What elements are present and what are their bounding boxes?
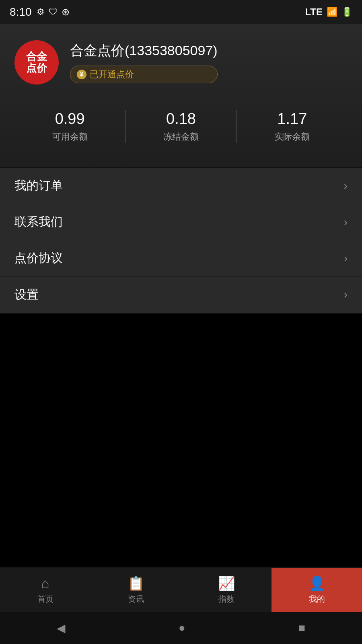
- index-icon: 📈: [218, 575, 235, 591]
- chevron-right-icon-agreement: ›: [344, 252, 348, 265]
- nav-item-home[interactable]: ⌂ 首页: [0, 568, 90, 612]
- balance-frozen: 0.18 冻结金额: [125, 102, 236, 151]
- avatar-text-top: 合金: [26, 51, 47, 62]
- android-nav-bar: ◀ ● ■: [0, 612, 362, 644]
- menu-item-agreement-label: 点价协议: [14, 250, 63, 266]
- status-right: LTE 📶 🔋: [305, 6, 352, 18]
- badge-activated: ¥ 已开通点价: [70, 66, 218, 83]
- android-recent-button[interactable]: ■: [298, 621, 305, 634]
- menu-item-contact[interactable]: 联系我们 ›: [0, 204, 362, 240]
- balance-available-label: 可用余额: [52, 131, 88, 143]
- bottom-nav: ⌂ 首页 📋 资讯 📈 指数 👤 我的: [0, 568, 362, 612]
- android-back-button[interactable]: ◀: [57, 621, 66, 635]
- nav-label-news: 资讯: [128, 594, 144, 605]
- status-time: 8:10: [10, 6, 32, 19]
- profile-top: 合金 点价 合金点价(13353805097) ¥ 已开通点价: [14, 40, 348, 85]
- balance-frozen-label: 冻结金额: [163, 131, 199, 143]
- mine-icon: 👤: [309, 575, 325, 591]
- android-home-button[interactable]: ●: [179, 621, 185, 634]
- nav-item-news[interactable]: 📋 资讯: [90, 568, 181, 612]
- balance-frozen-value: 0.18: [166, 110, 196, 128]
- content-area: [0, 314, 362, 551]
- nav-label-home: 首页: [37, 594, 53, 605]
- balance-available: 0.99 可用余额: [14, 102, 125, 151]
- nav-label-index: 指数: [218, 594, 234, 605]
- menu-item-settings-label: 设置: [14, 287, 39, 303]
- profile-section: 合金 点价 合金点价(13353805097) ¥ 已开通点价 0.99 可用余…: [0, 24, 362, 167]
- chevron-right-icon-contact: ›: [344, 216, 348, 229]
- at-icon: ⊛: [62, 6, 70, 18]
- nav-label-mine: 我的: [309, 594, 325, 605]
- gear-icon: ⚙: [37, 7, 45, 17]
- avatar-text-bottom: 点价: [26, 62, 47, 74]
- status-bar: 8:10 ⚙ 🛡 ⊛ LTE 📶 🔋: [0, 0, 362, 24]
- status-icons: ⚙ 🛡 ⊛: [37, 6, 70, 18]
- chevron-right-icon-orders: ›: [344, 180, 348, 192]
- menu-item-agreement[interactable]: 点价协议 ›: [0, 240, 362, 277]
- balance-actual-value: 1.17: [277, 110, 307, 128]
- lte-label: LTE: [305, 6, 323, 18]
- menu-section: 我的订单 › 联系我们 › 点价协议 › 设置 ›: [0, 168, 362, 313]
- profile-name: 合金点价(13353805097): [70, 41, 218, 60]
- avatar: 合金 点价: [14, 40, 59, 85]
- news-icon: 📋: [128, 575, 144, 591]
- shield-icon: 🛡: [49, 7, 58, 17]
- menu-item-orders[interactable]: 我的订单 ›: [0, 168, 362, 204]
- menu-item-contact-label: 联系我们: [14, 214, 63, 230]
- home-icon: ⌂: [41, 576, 49, 591]
- badge-currency-icon: ¥: [77, 70, 86, 79]
- battery-icon: 🔋: [341, 7, 352, 17]
- chevron-right-icon-settings: ›: [344, 288, 348, 301]
- status-left: 8:10 ⚙ 🛡 ⊛: [10, 6, 70, 19]
- balance-row: 0.99 可用余额 0.18 冻结金额 1.17 实际余额: [14, 102, 348, 151]
- badge-text: 已开通点价: [90, 68, 134, 80]
- signal-icon: 📶: [327, 7, 337, 17]
- menu-item-orders-label: 我的订单: [14, 178, 63, 194]
- nav-item-mine[interactable]: 👤 我的: [272, 568, 362, 612]
- menu-item-settings[interactable]: 设置 ›: [0, 277, 362, 313]
- balance-actual: 1.17 实际余额: [237, 102, 348, 151]
- nav-item-index[interactable]: 📈 指数: [181, 568, 272, 612]
- balance-available-value: 0.99: [55, 110, 85, 128]
- balance-actual-label: 实际余额: [274, 131, 310, 143]
- profile-info: 合金点价(13353805097) ¥ 已开通点价: [70, 41, 218, 83]
